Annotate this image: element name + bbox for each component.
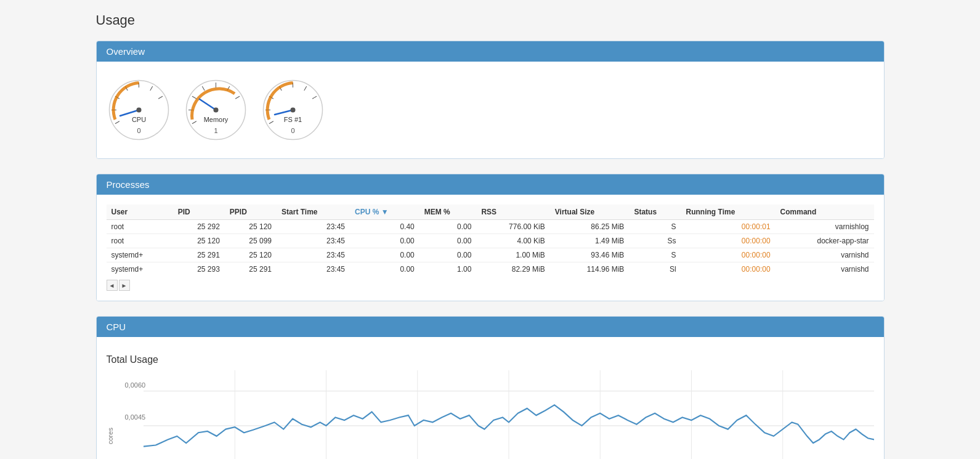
svg-text:1: 1 xyxy=(214,127,217,134)
col-ppid[interactable]: PPID xyxy=(225,205,277,220)
cell-vsize: 114.96 MiB xyxy=(550,262,630,277)
cell-ppid: 25 120 xyxy=(225,248,277,262)
y-label-top: 0,0060 xyxy=(125,381,146,389)
y-axis-label: cores xyxy=(107,407,114,444)
prev-page-button[interactable]: ◄ xyxy=(107,280,118,291)
cell-command: varnishd xyxy=(775,262,874,277)
cell-pid: 25 293 xyxy=(173,262,225,277)
svg-point-33 xyxy=(290,108,295,113)
overview-section: Overview xyxy=(96,41,885,159)
cell-ppid: 25 120 xyxy=(225,220,277,234)
col-rss[interactable]: RSS xyxy=(476,205,549,220)
next-page-button[interactable]: ► xyxy=(119,280,130,291)
svg-point-9 xyxy=(136,108,141,113)
svg-text:0: 0 xyxy=(137,127,140,134)
page-title: Usage xyxy=(96,12,885,28)
table-nav-arrows: ◄ ► xyxy=(107,280,874,291)
page-container: Usage Overview xyxy=(78,0,903,459)
chart-canvas-wrapper xyxy=(144,370,874,459)
cell-user: root xyxy=(107,220,173,234)
cpu-header: CPU xyxy=(97,317,884,337)
cpu-total-label: Total Usage xyxy=(107,354,874,365)
overview-header: Overview xyxy=(97,41,884,62)
processes-section: Processes User PID PPID Start Time CPU %… xyxy=(96,174,885,301)
svg-point-21 xyxy=(213,108,218,113)
col-mem-pct[interactable]: MEM % xyxy=(419,205,477,220)
cell-run-time: 00:00:00 xyxy=(681,234,775,248)
cell-rss: 776.00 KiB xyxy=(476,220,549,234)
gauge-fs1: FS #1 0 xyxy=(261,78,325,142)
gauge-memory-svg: Memory 1 xyxy=(184,78,248,142)
y-label-mid: 0,0045 xyxy=(125,413,146,421)
col-user[interactable]: User xyxy=(107,205,173,220)
cell-ppid: 25 291 xyxy=(225,262,277,277)
cell-run-time: 00:00:00 xyxy=(681,262,775,277)
cell-start-time: 23:45 xyxy=(277,220,350,234)
gauge-cpu-svg: CPU 0 xyxy=(107,78,171,142)
cell-status: Sl xyxy=(629,262,681,277)
cpu-section: CPU Total Usage 0,0060 0,0045 cores xyxy=(96,316,885,459)
col-running-time[interactable]: Running Time xyxy=(681,205,775,220)
cell-rss: 1.00 MiB xyxy=(476,248,549,262)
cell-vsize: 93.46 MiB xyxy=(550,248,630,262)
cell-rss: 4.00 KiB xyxy=(476,234,549,248)
gauge-memory: Memory 1 xyxy=(184,78,248,142)
cell-user: systemd+ xyxy=(107,262,173,277)
cell-cpu-pct: 0.40 xyxy=(350,220,419,234)
cpu-chart: 0,0060 0,0045 cores xyxy=(107,370,874,459)
cell-start-time: 23:45 xyxy=(277,234,350,248)
cell-vsize: 1.49 MiB xyxy=(550,234,630,248)
cell-user: systemd+ xyxy=(107,248,173,262)
cell-vsize: 86.25 MiB xyxy=(550,220,630,234)
svg-text:Memory: Memory xyxy=(203,116,228,123)
gauges-row: CPU 0 xyxy=(107,71,874,148)
cell-status: S xyxy=(629,248,681,262)
cpu-body: Total Usage 0,0060 0,0045 cores xyxy=(97,337,884,459)
cell-mem-pct: 0.00 xyxy=(419,234,477,248)
cell-cpu-pct: 0.00 xyxy=(350,262,419,277)
cell-status: Ss xyxy=(629,234,681,248)
col-pid[interactable]: PID xyxy=(173,205,225,220)
processes-table: User PID PPID Start Time CPU % ▼ MEM % R… xyxy=(107,205,874,276)
cell-start-time: 23:45 xyxy=(277,248,350,262)
cell-user: root xyxy=(107,234,173,248)
cell-cpu-pct: 0.00 xyxy=(350,234,419,248)
svg-text:0: 0 xyxy=(291,127,294,134)
cpu-chart-svg xyxy=(144,370,874,459)
cell-run-time: 00:00:01 xyxy=(681,220,775,234)
cell-rss: 82.29 MiB xyxy=(476,262,549,277)
table-row: systemd+ 25 291 25 120 23:45 0.00 0.00 1… xyxy=(107,248,874,262)
cell-command: varnishd xyxy=(775,248,874,262)
svg-text:CPU: CPU xyxy=(131,116,145,123)
processes-header: Processes xyxy=(97,174,884,195)
cell-ppid: 25 099 xyxy=(225,234,277,248)
table-row: root 25 292 25 120 23:45 0.40 0.00 776.0… xyxy=(107,220,874,234)
col-start-time[interactable]: Start Time xyxy=(277,205,350,220)
cell-pid: 25 120 xyxy=(173,234,225,248)
cell-command: varnishlog xyxy=(775,220,874,234)
cell-run-time: 00:00:00 xyxy=(681,248,775,262)
table-row: systemd+ 25 293 25 291 23:45 0.00 1.00 8… xyxy=(107,262,874,277)
processes-body: User PID PPID Start Time CPU % ▼ MEM % R… xyxy=(97,195,884,301)
overview-body: CPU 0 xyxy=(97,62,884,158)
col-command[interactable]: Command xyxy=(775,205,874,220)
gauge-fs1-svg: FS #1 0 xyxy=(261,78,325,142)
svg-text:FS #1: FS #1 xyxy=(283,116,301,123)
cell-mem-pct: 0.00 xyxy=(419,248,477,262)
col-status[interactable]: Status xyxy=(629,205,681,220)
col-cpu-pct[interactable]: CPU % ▼ xyxy=(350,205,419,220)
cell-pid: 25 292 xyxy=(173,220,225,234)
cell-start-time: 23:45 xyxy=(277,262,350,277)
col-vsize[interactable]: Virtual Size xyxy=(550,205,630,220)
cell-pid: 25 291 xyxy=(173,248,225,262)
cell-mem-pct: 0.00 xyxy=(419,220,477,234)
cell-command: docker-app-star xyxy=(775,234,874,248)
table-row: root 25 120 25 099 23:45 0.00 0.00 4.00 … xyxy=(107,234,874,248)
cell-cpu-pct: 0.00 xyxy=(350,248,419,262)
gauge-cpu: CPU 0 xyxy=(107,78,171,142)
cell-mem-pct: 1.00 xyxy=(419,262,477,277)
cell-status: S xyxy=(629,220,681,234)
